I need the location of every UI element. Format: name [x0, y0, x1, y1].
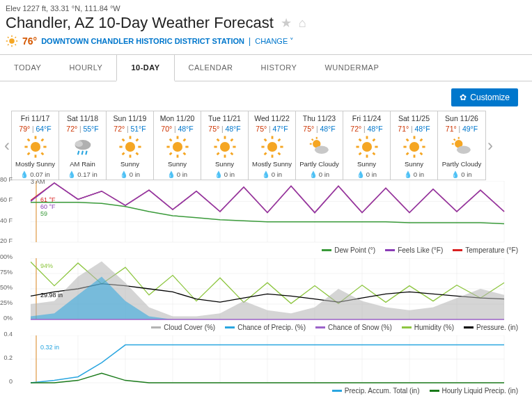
svg-line-81 [420, 139, 422, 141]
forecast-days: Fri 11/1779° | 64°FMostly Sunny💧 0.07 in… [11, 111, 486, 180]
svg-point-73 [409, 142, 418, 152]
day-date: Wed 11/22 [250, 114, 294, 122]
svg-point-50 [267, 142, 276, 152]
customize-button[interactable]: ✿ Customize [451, 88, 518, 106]
tab-today[interactable]: TODAY [0, 55, 55, 81]
day-precip: 💧 0 in [439, 171, 484, 178]
legend-item: Hourly Liquid Precip. (in) [430, 387, 519, 395]
svg-point-19 [75, 141, 82, 148]
day-temps: 75° | 48°F [297, 125, 341, 133]
day-condition: Sunny [155, 161, 199, 169]
svg-line-48 [217, 153, 219, 155]
svg-line-46 [217, 139, 219, 141]
legend-item: Temperature (°F) [453, 246, 518, 254]
forecast-day[interactable]: Tue 11/2175° | 48°FSunny💧 0 in [201, 111, 249, 180]
raindrop-icon: 💧 [20, 171, 29, 178]
svg-text:61 °F: 61 °F [40, 196, 56, 203]
day-date: Tue 11/21 [203, 114, 247, 122]
svg-line-49 [230, 139, 233, 141]
day-condition: AM Rain [61, 161, 104, 169]
day-temps: 75° | 48°F [203, 125, 247, 133]
elevation-text: Elev 1227 ft, 33.31 °N, 111.84 °W [6, 4, 526, 13]
current-temp: 76° [22, 35, 37, 47]
svg-point-0 [9, 38, 15, 44]
weather-icon [108, 134, 152, 159]
weather-icon [439, 134, 484, 159]
svg-point-86 [457, 146, 471, 154]
raindrop-icon: 💧 [357, 171, 365, 178]
svg-line-7 [8, 45, 9, 46]
station-link[interactable]: DOWNTOWN CHANDLER HISTORIC DISTRICT STAT… [41, 37, 244, 45]
day-date: Sat 11/18 [61, 114, 104, 122]
tab-calendar[interactable]: CALENDAR [175, 55, 247, 81]
forecast-day[interactable]: Sat 11/2571° | 48°FSunny💧 0 in [391, 111, 438, 180]
day-temps: 71° | 48°F [392, 125, 436, 133]
svg-line-57 [264, 153, 266, 155]
forecast-day[interactable]: Mon 11/2070° | 48°FSunny💧 0 in [154, 111, 201, 180]
forecast-day[interactable]: Thu 11/2375° | 48°FPartly Cloudy💧 0 in [296, 111, 343, 180]
svg-text:59: 59 [40, 210, 47, 217]
weather-icon [13, 134, 57, 159]
favorite-star-icon[interactable]: ★ [281, 15, 292, 31]
forecast-day[interactable]: Sun 11/2671° | 49°FPartly Cloudy💧 0 in [438, 111, 485, 180]
day-precip: 💧 0 in [345, 171, 389, 178]
svg-line-28 [122, 139, 124, 141]
svg-line-58 [278, 139, 280, 141]
svg-line-47 [230, 153, 233, 155]
next-chevron-icon[interactable]: › [486, 136, 494, 155]
day-temps: 79° | 64°F [13, 125, 57, 133]
forecast-day[interactable]: Wed 11/2275° | 47°FMostly Sunny💧 0 in [249, 111, 296, 180]
raindrop-icon: 💧 [262, 171, 270, 178]
svg-line-69 [359, 139, 361, 141]
day-temps: 75° | 47°F [250, 125, 294, 133]
prev-chevron-icon[interactable]: ‹ [3, 136, 11, 155]
day-condition: Sunny [108, 161, 152, 169]
day-precip: 💧 0 in [108, 171, 152, 178]
home-icon[interactable]: ⌂ [299, 16, 306, 31]
svg-line-85 [454, 139, 455, 141]
svg-line-38 [183, 153, 185, 155]
svg-line-8 [15, 37, 17, 38]
day-date: Thu 11/23 [297, 114, 341, 122]
svg-line-14 [27, 139, 29, 141]
svg-line-56 [278, 153, 280, 155]
day-condition: Mostly Sunny [250, 161, 294, 169]
day-precip: 💧 0 in [203, 171, 247, 178]
day-date: Mon 11/20 [155, 114, 199, 122]
weather-icon [250, 134, 294, 159]
day-date: Fri 11/17 [13, 114, 57, 122]
tab-wundermap[interactable]: WUNDERMAP [311, 55, 393, 81]
svg-line-55 [264, 139, 266, 141]
forecast-day[interactable]: Fri 11/2472° | 48°FSunny💧 0 in [343, 111, 391, 180]
day-precip: 💧 0.07 in [13, 171, 57, 178]
tab-hourly[interactable]: HOURLY [55, 55, 116, 81]
weather-icon [392, 134, 436, 159]
day-condition: Sunny [345, 161, 389, 169]
chevron-down-icon: ˅ [290, 37, 294, 45]
svg-line-22 [86, 151, 86, 155]
day-date: Sun 11/19 [108, 114, 152, 122]
tab-10-day[interactable]: 10-DAY [116, 55, 174, 81]
svg-text:94%: 94% [40, 262, 53, 269]
weather-icon [61, 134, 104, 159]
svg-line-21 [81, 151, 82, 155]
day-date: Fri 11/24 [345, 114, 389, 122]
svg-text:29.98 in: 29.98 in [40, 292, 63, 299]
day-condition: Sunny [392, 161, 436, 169]
tab-history[interactable]: HISTORY [247, 55, 311, 81]
day-precip: 💧 0 in [297, 171, 341, 178]
svg-line-72 [373, 139, 375, 141]
forecast-day[interactable]: Sun 11/1972° | 51°FSunny💧 0 in [107, 111, 154, 180]
time-marker: 3 AM [31, 178, 45, 185]
forecast-day[interactable]: Sat 11/1872° | 55°FAM Rain💧 0.17 in [59, 111, 107, 180]
svg-line-15 [41, 153, 43, 155]
raindrop-icon: 💧 [68, 171, 76, 178]
tabs: TODAYHOURLY10-DAYCALENDARHISTORYWUNDERMA… [0, 54, 532, 81]
svg-line-20 [77, 151, 78, 155]
forecast-day[interactable]: Fri 11/1779° | 64°FMostly Sunny💧 0.07 in [12, 111, 59, 180]
day-condition: Mostly Sunny [13, 161, 57, 169]
weather-icon [203, 134, 247, 159]
svg-point-41 [219, 142, 229, 152]
weather-icon [345, 134, 389, 159]
change-link[interactable]: CHANGE ˅ [255, 37, 294, 46]
